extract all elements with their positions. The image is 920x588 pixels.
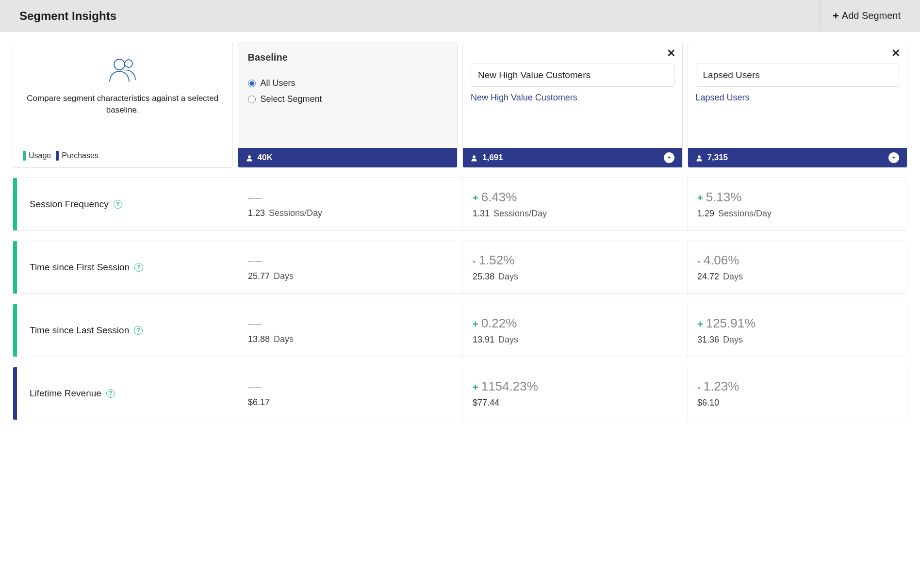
baseline-card: Baseline All Users Select Segment 40K (238, 42, 458, 168)
expand-button[interactable] (664, 152, 674, 163)
metric-value-unit: Sessions/Day (493, 209, 547, 219)
user-icon (471, 154, 477, 161)
radio-select-segment[interactable] (248, 96, 256, 103)
metric-delta: -1.52% (473, 253, 673, 268)
metric-baseline-cell: ––25.77Days (238, 241, 458, 294)
metric-row: Session Frequency?––1.23Sessions/Day+6.4… (13, 178, 907, 231)
help-icon[interactable]: ? (134, 326, 143, 335)
metric-value: 13.88Days (248, 334, 448, 344)
content-area: Compare segment characteristics against … (0, 32, 920, 440)
segment-select-1[interactable]: Lapsed Users (696, 64, 900, 87)
metric-label: Time since Last Session (30, 325, 129, 336)
delta-negative-icon: - (697, 256, 701, 266)
metric-delta: -1.23% (697, 379, 897, 394)
metric-row: Time since First Session?––25.77Days-1.5… (13, 241, 907, 294)
segment-select-1-label: Lapsed Users (703, 70, 760, 81)
metric-delta: +5.13% (697, 190, 897, 205)
close-icon[interactable]: ✕ (667, 47, 675, 60)
people-icon (106, 57, 140, 86)
metric-value-number: $77.44 (473, 398, 499, 408)
segment-0-footer: 1,691 (463, 148, 682, 167)
metric-delta-none: –– (248, 254, 448, 267)
metric-value-number: 31.36 (697, 335, 719, 345)
delta-value: 5.13% (706, 190, 742, 205)
metric-delta: -4.06% (697, 253, 897, 268)
metric-value-number: 1.29 (697, 209, 714, 219)
segment-select-0[interactable]: New High Value Customers (471, 64, 674, 87)
metric-value-unit: Sessions/Day (718, 209, 772, 219)
metric-segment-cell: +125.91%31.36Days (687, 304, 907, 357)
metric-label-cell: Time since First Session? (13, 241, 233, 294)
metric-value-number: $6.10 (697, 398, 719, 408)
segment-card-0: ✕ New High Value Customers New High Valu… (462, 42, 683, 168)
metric-delta: +6.43% (473, 190, 673, 205)
baseline-option-select-segment[interactable]: Select Segment (248, 94, 448, 104)
help-icon[interactable]: ? (114, 200, 122, 209)
metric-segment-cell: +6.43%1.31Sessions/Day (462, 178, 682, 230)
metric-label: Session Frequency (30, 199, 109, 210)
metric-segment-cell: +1154.23%$77.44 (462, 367, 682, 420)
delta-positive-icon: + (473, 193, 478, 203)
delta-value: 1.23% (704, 379, 739, 394)
delta-positive-icon: + (473, 382, 478, 392)
segment-card-1: ✕ Lapsed Users Lapsed Users 7,315 (688, 42, 908, 168)
plus-icon: + (833, 11, 839, 21)
delta-negative-icon: - (697, 382, 701, 392)
delta-positive-icon: + (473, 319, 478, 329)
expand-button[interactable] (888, 152, 899, 163)
radio-all-users[interactable] (248, 80, 256, 87)
metric-value: $77.44 (473, 398, 673, 408)
metric-label-cell: Time since Last Session? (13, 304, 233, 357)
delta-value: 0.22% (481, 316, 517, 331)
metric-value-number: 24.72 (697, 272, 719, 282)
legend-usage-label: Usage (29, 151, 51, 160)
metric-delta: +125.91% (697, 316, 897, 331)
metric-value-unit: Days (498, 335, 518, 345)
delta-positive-icon: + (697, 193, 703, 203)
metric-delta-none: –– (248, 380, 448, 393)
metric-value: $6.10 (697, 398, 897, 408)
metric-value: 25.77Days (248, 271, 448, 281)
close-icon[interactable]: ✕ (891, 47, 900, 60)
baseline-option-all-users[interactable]: All Users (248, 78, 448, 88)
svg-point-4 (698, 155, 701, 158)
page-header: Segment Insights + Add Segment (0, 0, 920, 32)
delta-value: 1.52% (479, 253, 515, 268)
segment-select-0-label: New High Value Customers (478, 70, 591, 81)
delta-value: 6.43% (481, 190, 517, 205)
svg-point-3 (473, 155, 476, 158)
intro-legend: Usage Purchases (23, 151, 99, 161)
metric-value-unit: Sessions/Day (269, 208, 322, 218)
metric-value-number: $6.17 (248, 397, 270, 408)
metric-baseline-cell: ––$6.17 (238, 367, 458, 420)
segment-columns: Compare segment characteristics against … (13, 42, 907, 168)
metric-value: 31.36Days (697, 335, 897, 345)
user-icon (246, 154, 253, 161)
metric-segment-cell: -1.23%$6.10 (687, 367, 907, 420)
segment-link-0[interactable]: New High Value Customers (471, 93, 674, 103)
chevron-down-icon (666, 155, 672, 161)
intro-card: Compare segment characteristics against … (13, 42, 233, 168)
chevron-down-icon (891, 155, 897, 161)
metric-row: Lifetime Revenue?––$6.17+1154.23%$77.44-… (13, 367, 907, 420)
add-segment-button[interactable]: + Add Segment (821, 0, 901, 32)
help-icon[interactable]: ? (134, 263, 143, 272)
metric-segment-cell: -1.52%25.38Days (462, 241, 682, 294)
metric-value-unit: Days (498, 272, 518, 282)
delta-value: 125.91% (706, 316, 756, 331)
help-icon[interactable]: ? (106, 389, 115, 398)
user-icon (696, 154, 703, 161)
metric-value-number: 1.23 (248, 208, 265, 218)
metric-label: Time since First Session (30, 262, 130, 273)
metric-value-number: 13.91 (473, 335, 494, 345)
metric-value-number: 25.77 (248, 271, 270, 281)
add-segment-label: Add Segment (842, 10, 901, 21)
delta-value: 1154.23% (481, 379, 538, 394)
segment-link-1[interactable]: Lapsed Users (696, 93, 900, 103)
metric-row: Time since Last Session?––13.88Days+0.22… (13, 304, 907, 357)
metric-value-number: 25.38 (473, 272, 494, 282)
metric-delta: +0.22% (473, 316, 673, 331)
delta-value: 4.06% (704, 253, 739, 268)
segment-1-footer: 7,315 (688, 148, 907, 167)
metric-value-unit: Days (274, 334, 294, 344)
